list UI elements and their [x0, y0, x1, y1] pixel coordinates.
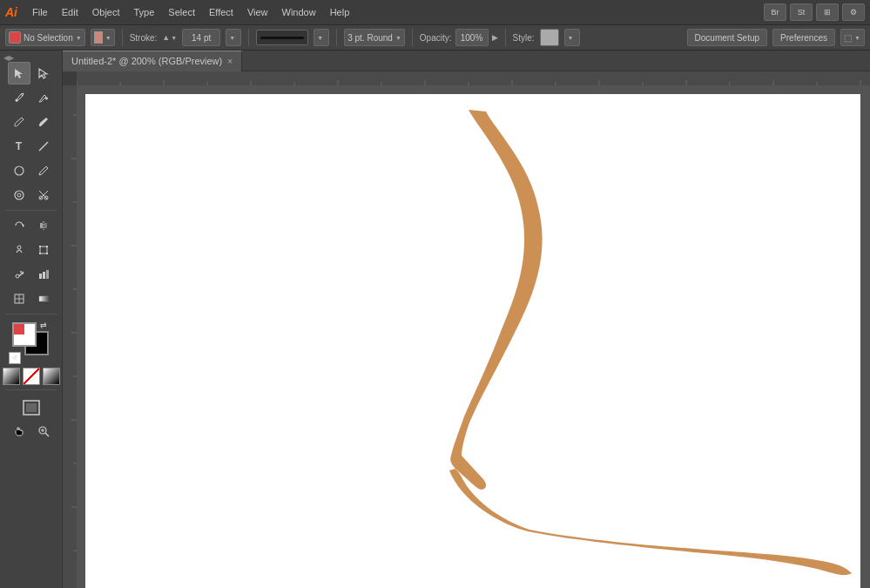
- document-tab[interactable]: Untitled-2* @ 200% (RGB/Preview) ×: [63, 51, 242, 71]
- tool-row-text: T: [0, 135, 62, 158]
- svg-rect-14: [40, 223, 43, 228]
- warp-tool[interactable]: [8, 239, 30, 261]
- rotate-tool[interactable]: [8, 214, 30, 237]
- selection-dropdown[interactable]: No Selection ▼: [5, 29, 85, 46]
- ruler-horizontal: [77, 71, 870, 85]
- stroke-value[interactable]: [182, 29, 220, 46]
- document-setup-button[interactable]: Document Setup: [687, 29, 768, 46]
- brush-preview: [256, 30, 308, 45]
- default-colors-button[interactable]: ↺: [9, 352, 21, 364]
- canvas[interactable]: [63, 71, 870, 588]
- canvas-area: Untitled-2* @ 200% (RGB/Preview) ×: [63, 51, 870, 588]
- svg-point-17: [17, 246, 21, 249]
- tool-separator-1: [5, 210, 57, 211]
- tool-row-symbol: [0, 263, 62, 286]
- pen-tool[interactable]: [8, 86, 30, 109]
- style-swatch[interactable]: [540, 29, 559, 46]
- style-dropdown[interactable]: ▼: [564, 29, 580, 46]
- round-cap-dropdown[interactable]: 3 pt. Round ▼: [344, 29, 405, 46]
- separator-5: [505, 29, 506, 46]
- stroke-down[interactable]: ▼: [171, 35, 177, 41]
- tool-row-pen: [0, 86, 62, 109]
- svg-rect-32: [39, 296, 48, 301]
- type-tool[interactable]: T: [8, 135, 30, 158]
- stroke-dropdown[interactable]: ▼: [226, 29, 241, 46]
- stroke-up[interactable]: ▲: [162, 33, 170, 42]
- drawing-area[interactable]: [77, 85, 870, 588]
- app-logo: Ai: [5, 5, 17, 19]
- stock-icon[interactable]: St: [790, 3, 813, 21]
- svg-point-2: [15, 99, 17, 102]
- tab-bar: Untitled-2* @ 200% (RGB/Preview) ×: [63, 51, 870, 71]
- hand-tool[interactable]: [8, 420, 30, 443]
- menu-help[interactable]: Help: [324, 4, 356, 20]
- gradient-tool[interactable]: [32, 287, 55, 310]
- ellipse-tool[interactable]: [8, 159, 30, 182]
- fill-color-swatch[interactable]: [9, 31, 21, 44]
- options-bar: No Selection ▼ ▼ Stroke: ▲ ▼ ▼ ▼ 3 pt. R…: [0, 24, 870, 51]
- tool-row-shape: [0, 159, 62, 182]
- eraser-tool[interactable]: [8, 184, 30, 206]
- tool-row-mesh: [0, 287, 62, 310]
- no-fill-button[interactable]: [23, 368, 40, 385]
- app-switcher: Br St ⊞ ⚙: [764, 3, 865, 21]
- free-transform-tool[interactable]: [32, 239, 55, 261]
- menu-file[interactable]: File: [26, 4, 54, 20]
- direct-select-tool[interactable]: [32, 62, 55, 84]
- scissors-tool[interactable]: [32, 184, 55, 206]
- svg-rect-28: [46, 270, 49, 279]
- stroke-label: Stroke:: [130, 33, 158, 43]
- paintbrush-tool[interactable]: [8, 111, 30, 133]
- select-tool[interactable]: [8, 62, 30, 84]
- zoom-tool[interactable]: [32, 420, 55, 443]
- menu-select[interactable]: Select: [162, 4, 201, 20]
- opacity-label: Opacity:: [420, 33, 452, 43]
- reflect-tool[interactable]: [32, 214, 55, 237]
- extra-options-dropdown[interactable]: ⬚▼: [840, 29, 865, 46]
- tool-separator-3: [5, 389, 57, 390]
- menu-view[interactable]: View: [241, 4, 274, 20]
- menu-window[interactable]: Window: [276, 4, 322, 20]
- menu-effect[interactable]: Effect: [203, 4, 239, 20]
- opacity-input[interactable]: [455, 29, 489, 46]
- separator-3: [336, 29, 337, 46]
- bridge-icon[interactable]: Br: [764, 3, 786, 21]
- add-anchor-tool[interactable]: [32, 86, 55, 109]
- fill-style-dropdown[interactable]: ▼: [91, 29, 115, 46]
- svg-rect-39: [77, 71, 870, 85]
- separator-1: [122, 29, 123, 46]
- toolbar: ◀▶ T: [0, 51, 63, 588]
- opacity-expand[interactable]: ▶: [492, 33, 498, 42]
- tool-row-transform: [0, 239, 62, 261]
- column-graph-tool[interactable]: [32, 263, 55, 286]
- menu-edit[interactable]: Edit: [56, 4, 84, 20]
- svg-point-23: [16, 274, 19, 278]
- pencil-tool[interactable]: [32, 159, 55, 182]
- mesh-tool[interactable]: [8, 287, 30, 310]
- svg-point-6: [15, 166, 24, 175]
- ruler-corner: [63, 71, 77, 85]
- symbol-sprayer-tool[interactable]: [8, 263, 30, 286]
- grid-icon[interactable]: ⊞: [816, 3, 839, 21]
- white-canvas: [85, 94, 860, 588]
- tab-close-button[interactable]: ×: [227, 57, 233, 66]
- change-screen-mode-button[interactable]: [20, 396, 43, 419]
- gradient-fill-button[interactable]: [3, 368, 20, 385]
- brush-type-dropdown[interactable]: ▼: [314, 29, 329, 46]
- svg-rect-34: [26, 403, 37, 412]
- swap-colors-button[interactable]: ⇄: [40, 321, 52, 333]
- line-tool[interactable]: [32, 135, 55, 158]
- preferences-button[interactable]: Preferences: [772, 29, 835, 46]
- gradient-stroke-button[interactable]: [43, 368, 60, 385]
- style-label: Style:: [513, 33, 535, 43]
- menu-type[interactable]: Type: [128, 4, 161, 20]
- blob-brush-tool[interactable]: [32, 111, 55, 133]
- foreground-color-swatch[interactable]: [12, 322, 37, 347]
- main-area: ◀▶ T: [0, 51, 870, 588]
- svg-point-8: [17, 193, 21, 197]
- svg-rect-59: [63, 71, 77, 588]
- svg-rect-27: [43, 272, 45, 279]
- menu-object[interactable]: Object: [86, 4, 126, 20]
- separator-2: [248, 29, 249, 46]
- extension-icon[interactable]: ⚙: [842, 3, 865, 21]
